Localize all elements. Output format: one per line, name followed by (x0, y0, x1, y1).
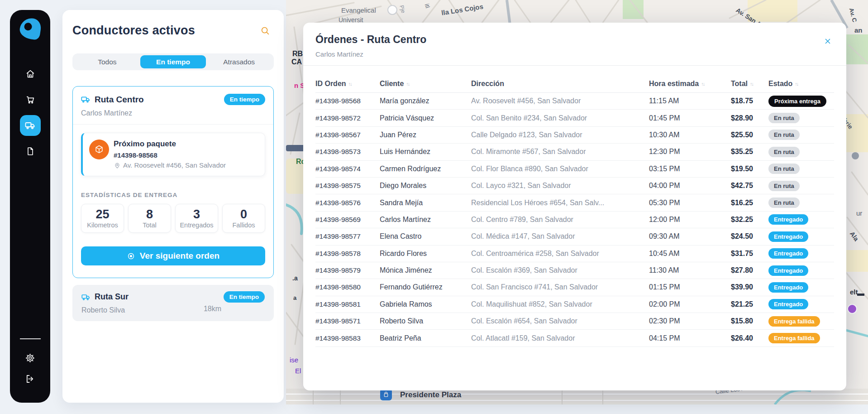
order-total: $39.90 (731, 283, 768, 291)
order-address: Av. Roosevelt #456, San Salvador (471, 97, 649, 105)
table-row[interactable]: #14398-98574 Carmen Rodríguez Col. Flor … (315, 161, 834, 178)
order-total: $42.75 (731, 182, 768, 190)
view-next-order-button[interactable]: Ver siguiente orden (81, 246, 265, 265)
sidebar-item-documents[interactable] (20, 141, 41, 162)
stat-value: 0 (223, 208, 265, 221)
estimated-time: 09:30 AM (649, 232, 731, 241)
sidebar-divider (20, 338, 41, 339)
sidebar-item-drivers[interactable] (20, 115, 41, 136)
stat-box: 25 Kilometros (81, 204, 124, 233)
sort-icon[interactable]: ↑↓ (795, 81, 798, 87)
sort-icon[interactable]: ↑↓ (348, 81, 352, 87)
status-badge: En ruta (768, 130, 800, 140)
status-badge: En ruta (768, 164, 800, 174)
table-row[interactable]: #14398-98567 Juan Pérez Calle Delgado #1… (315, 127, 834, 144)
order-total: $25.50 (731, 131, 768, 139)
estimated-time: 10:45 AM (649, 250, 731, 258)
estimated-time: 02:30 PM (649, 317, 731, 325)
stat-box: 0 Fallidos (222, 204, 265, 233)
status-badge: Entregado (768, 282, 808, 293)
column-header[interactable]: Total ↑↓ (731, 80, 768, 88)
sidebar-item-logout[interactable] (20, 368, 41, 389)
estimated-time: 01:15 PM (649, 283, 731, 291)
order-total: $28.90 (731, 114, 768, 122)
order-id: #14398-98577 (315, 232, 380, 241)
table-header-row: ID Orden ↑↓ Cliente ↑↓ Dirección Hora es… (315, 75, 834, 93)
order-id: #14398-98581 (315, 300, 380, 308)
table-row[interactable]: #14398-98577 Elena Castro Col. Médica #1… (315, 228, 834, 245)
app-logo-icon (19, 17, 42, 40)
order-address: Col. Escalón #369, San Salvador (471, 266, 649, 274)
client-name: Roberto Silva (380, 317, 471, 325)
sidebar-item-home[interactable] (20, 63, 41, 84)
tab[interactable]: Atrasados (206, 55, 272, 68)
route-card-centro[interactable]: Ruta Centro En tiempo Carlos Martínez Pr… (72, 86, 274, 278)
client-name: Ricardo Flores (380, 250, 471, 258)
search-button[interactable] (258, 24, 272, 38)
column-header[interactable]: Estado ↑↓ (768, 80, 834, 88)
route-title: Ruta Sur (95, 292, 129, 302)
sort-icon[interactable]: ↑↓ (406, 81, 409, 87)
column-header[interactable]: Hora estimada ↑↓ (649, 80, 731, 88)
estimated-time: 10:30 AM (649, 131, 731, 139)
search-icon (260, 26, 270, 36)
tab[interactable]: Todos (74, 55, 140, 68)
order-total: $19.50 (731, 165, 768, 173)
estimated-time: 11:15 AM (649, 97, 731, 105)
order-total: $15.80 (731, 317, 768, 325)
sort-icon[interactable]: ↑↓ (750, 81, 753, 87)
sort-icon[interactable]: ↑↓ (701, 81, 704, 87)
modal-subtitle: Carlos Martínez (315, 50, 834, 58)
table-row[interactable]: #14398-98579 Mónica Jiménez Col. Escalón… (315, 262, 834, 279)
client-name: Luis Hernández (380, 148, 471, 156)
client-name: Mónica Jiménez (380, 266, 471, 274)
table-row[interactable]: #14398-98569 Carlos Martínez Col. Centro… (315, 212, 834, 228)
stat-label: Fallidos (223, 221, 265, 229)
map-pin-marker (387, 5, 397, 15)
order-id: #14398-98573 (315, 148, 380, 156)
table-row[interactable]: #14398-98573 Luis Hernández Col. Miramon… (315, 144, 834, 160)
table-row[interactable]: #14398-98568 María gonzález Av. Roosevel… (315, 93, 834, 110)
table-row[interactable]: #14398-98578 Ricardo Flores Col. Centroa… (315, 246, 834, 262)
order-total: $27.80 (731, 266, 768, 274)
status-badge: Entregado (768, 231, 808, 242)
column-header[interactable]: ID Orden ↑↓ (315, 80, 380, 88)
logo-hole (24, 22, 32, 31)
stat-value: 3 (176, 208, 218, 221)
column-header[interactable]: Cliente ↑↓ (380, 80, 471, 88)
close-icon (824, 37, 832, 45)
sidebar-item-settings[interactable] (20, 347, 41, 368)
table-row[interactable]: #14398-98572 Patricia Vásquez Col. San B… (315, 110, 834, 126)
cart-icon (25, 95, 35, 105)
order-id: #14398-98580 (315, 283, 380, 291)
stat-value: 8 (129, 208, 171, 221)
divider (73, 124, 273, 125)
estimated-time: 12:30 PM (649, 148, 731, 156)
close-button[interactable] (822, 35, 834, 47)
status-badge: Entregado (768, 265, 808, 276)
package-id: #14398-98568 (114, 151, 226, 159)
location-pin-icon (114, 162, 121, 169)
client-name: María gonzález (380, 97, 471, 105)
table-row[interactable]: #14398-98576 Sandra Mejía Residencial Lo… (315, 194, 834, 211)
status-badge: Próxima entrega (768, 96, 826, 107)
table-row[interactable]: #14398-98571 Roberto Silva Col. Escalón … (315, 313, 834, 330)
route-distance: 18km (204, 305, 221, 313)
tab[interactable]: En tiempo (140, 55, 206, 68)
status-badge: Entregado (768, 214, 808, 225)
order-id: #14398-98568 (315, 97, 380, 105)
package-icon (89, 140, 109, 159)
table-row[interactable]: #14398-98581 Gabriela Ramos Col. Maquili… (315, 296, 834, 313)
table-row[interactable]: #14398-98580 Fernando Gutiérrez Col. San… (315, 279, 834, 296)
table-row[interactable]: #14398-98575 Diego Morales Col. Layco #3… (315, 178, 834, 194)
table-row[interactable]: #14398-98583 Beatriz Peña Col. Atlacatl … (315, 330, 834, 347)
estimated-time: 01:45 PM (649, 114, 731, 122)
order-total: $35.25 (731, 148, 768, 156)
route-card-sur[interactable]: Ruta Sur En tiempo Roberto Silva 18km (72, 285, 274, 321)
order-address: Col. Centro #789, San Salvador (471, 216, 649, 224)
estimated-time: 04:15 PM (649, 334, 731, 342)
orders-modal: Órdenes - Ruta Centro Carlos Martínez ID… (303, 23, 846, 390)
order-total: $32.25 (731, 216, 768, 224)
client-name: Elena Castro (380, 232, 471, 241)
sidebar-item-orders[interactable] (20, 89, 41, 110)
